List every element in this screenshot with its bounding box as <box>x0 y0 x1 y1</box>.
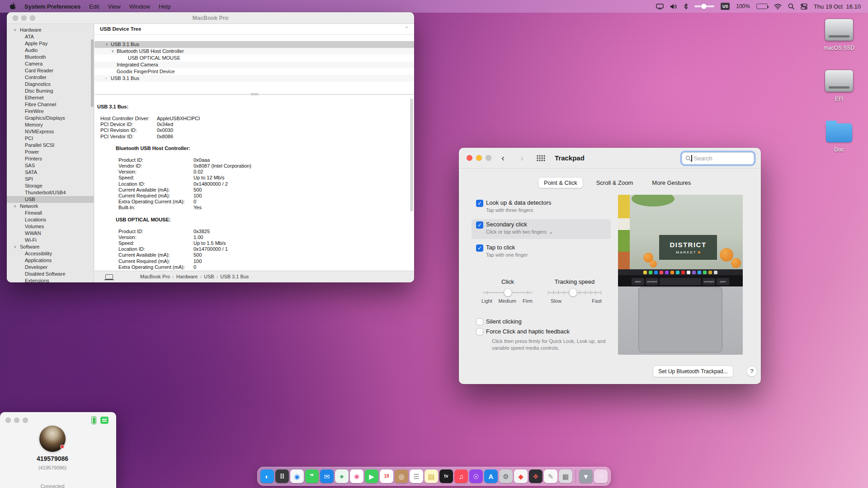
wifi-icon[interactable] <box>774 4 782 9</box>
sidebar-item-diagnostics[interactable]: Diagnostics <box>7 81 94 88</box>
sidebar-item-graphics-displays[interactable]: Graphics/Displays <box>7 115 94 122</box>
option-tap-to-click[interactable]: ✓Tap to clickTap with one finger <box>472 242 611 262</box>
dock-icon-facetime[interactable]: ▶ <box>365 469 378 483</box>
dock-icon-photo-booth[interactable]: ◎ <box>395 469 408 483</box>
menu-edit[interactable]: Edit <box>89 3 99 10</box>
checkbox-tap-to-click[interactable]: ✓ <box>476 244 483 252</box>
forward-button[interactable]: › <box>520 152 524 164</box>
tab-more-gestures[interactable]: More Gestures <box>646 178 696 188</box>
device-tree-row-usb-3-1-bus[interactable]: ›USB 3.1 Bus <box>94 75 414 82</box>
menu-view[interactable]: View <box>108 3 121 10</box>
sidebar-item-accessibility[interactable]: Accessibility <box>7 250 94 257</box>
sidebar-item-wi-fi[interactable]: Wi-Fi <box>7 237 94 244</box>
chat-icon[interactable] <box>100 417 108 424</box>
sidebar-item-applications[interactable]: Applications <box>7 257 94 264</box>
trackpad-toolbar[interactable]: ‹ › Trackpad <box>459 148 761 169</box>
sidebar-item-apple-pay[interactable]: Apple Pay <box>7 40 94 47</box>
dock-icon-anydesk[interactable]: ◆ <box>514 469 528 483</box>
menu-window[interactable]: Window <box>129 3 150 10</box>
dock-icon-trash[interactable]: ♻ <box>594 469 608 483</box>
collapse-icon[interactable]: ⌃ <box>405 26 409 32</box>
desktop-icon-doc[interactable]: Doc <box>818 121 860 153</box>
tracking-speed-slider[interactable]: SlowFast <box>548 292 601 293</box>
volume-icon[interactable] <box>670 4 677 9</box>
show-all-grid-icon[interactable] <box>537 155 545 161</box>
sidebar-item-usb[interactable]: USB <box>7 196 94 203</box>
chevron-down-icon[interactable]: ⌄ <box>548 230 553 235</box>
chevron-down-icon[interactable]: ∨ <box>105 41 108 48</box>
dock-icon-notes[interactable]: ▤ <box>425 469 438 483</box>
chevron-down-icon[interactable]: ∨ <box>14 244 17 250</box>
sidebar-item-sas[interactable]: SAS <box>7 162 94 169</box>
dock-icon-maps[interactable]: ⌖ <box>335 469 349 483</box>
dock-icon-mail[interactable]: ✉ <box>320 469 334 483</box>
sidebar-item-firewall[interactable]: Firewall <box>7 210 94 216</box>
dock-icon-downloads[interactable]: ▼ <box>579 469 593 483</box>
sidebar-item-card-reader[interactable]: Card Reader <box>7 67 94 74</box>
minimize-button[interactable] <box>476 155 482 161</box>
details-scrollbar[interactable] <box>410 99 413 211</box>
sidebar-item-disabled-software[interactable]: Disabled Software <box>7 271 94 277</box>
sidebar-item-bluetooth[interactable]: Bluetooth <box>7 54 94 61</box>
breadcrumb-item-usb-3-1-bus[interactable]: USB 3.1 Bus <box>220 274 249 279</box>
sidebar-scrollbar[interactable] <box>91 39 94 107</box>
sidebar-section-network[interactable]: ∨Network <box>7 203 94 210</box>
click-slider[interactable]: LightMediumFirm <box>483 292 533 293</box>
option-secondary-click[interactable]: ✓Secondary clickClick or tap with two fi… <box>472 219 611 239</box>
sidebar-item-printers[interactable]: Printers <box>7 155 94 162</box>
desktop-icon-efi[interactable]: EFI <box>818 70 860 102</box>
device-tree-row-goodix-fingerprint-device[interactable]: Goodix FingerPrint Device <box>94 68 414 75</box>
dock-icon-app-store[interactable]: A <box>484 469 498 483</box>
sidebar-item-storage[interactable]: Storage <box>7 183 94 189</box>
menu-clock[interactable]: Thu 19 Oct 16.10 <box>814 3 861 10</box>
dock-icon-podcasts[interactable]: ☉ <box>469 469 483 483</box>
tracking-slider-thumb[interactable] <box>569 289 577 296</box>
zoom-button[interactable] <box>23 418 28 423</box>
sidebar-item-pci[interactable]: PCI <box>7 135 94 142</box>
breadcrumb-item-hardware[interactable]: Hardware <box>176 274 198 279</box>
dock-icon-photos[interactable]: ❀ <box>350 469 363 483</box>
screen-mirroring-icon[interactable] <box>656 4 664 9</box>
sidebar-item-wwan[interactable]: WWAN <box>7 230 94 237</box>
dock-icon-reminders[interactable]: ☰ <box>410 469 423 483</box>
sidebar-item-spi[interactable]: SPI <box>7 176 94 183</box>
back-button[interactable]: ‹ <box>501 152 505 164</box>
dock-icon-utility[interactable]: ▦ <box>559 469 572 483</box>
device-tree-row-integrated-camera[interactable]: Integrated Camera <box>94 61 414 68</box>
dock-icon-music[interactable]: ♫ <box>454 469 468 483</box>
input-source-badge[interactable]: US <box>721 3 730 10</box>
sidebar-item-disc-burning[interactable]: Disc Burning <box>7 88 94 94</box>
menu-app-name[interactable]: System Preferences <box>24 3 80 10</box>
close-button[interactable] <box>467 155 472 161</box>
chevron-down-icon[interactable]: ∨ <box>111 48 114 55</box>
sidebar-item-sata[interactable]: SATA <box>7 169 94 176</box>
sidebar-section-software[interactable]: ∨Software <box>7 244 94 250</box>
sidebar-item-fibre-channel[interactable]: Fibre Channel <box>7 101 94 108</box>
desktop-icon-macos-ssd[interactable]: macOS SSD <box>818 19 860 51</box>
sysinfo-titlebar[interactable]: MacBook Pro <box>7 12 414 24</box>
minimize-button[interactable] <box>14 418 19 423</box>
checkbox-silent-clicking[interactable] <box>476 318 483 325</box>
dock-icon-safari[interactable]: ◉ <box>290 469 304 483</box>
help-button[interactable]: ? <box>747 366 757 376</box>
sidebar-item-firewire[interactable]: FireWire <box>7 108 94 115</box>
sidebar-item-developer[interactable]: Developer <box>7 264 94 271</box>
menu-help[interactable]: Help <box>159 3 171 10</box>
tab-point-click[interactable]: Point & Click <box>538 178 583 188</box>
menu-slider[interactable] <box>694 5 714 7</box>
sidebar-item-ata[interactable]: ATA <box>7 33 94 40</box>
sidebar-item-thunderbolt-usb4[interactable]: Thunderbolt/USB4 <box>7 189 94 196</box>
dock-icon-messages[interactable]: ❞ <box>305 469 319 483</box>
sidebar-item-locations[interactable]: Locations <box>7 216 94 223</box>
sidebar-item-ethernet[interactable]: Ethernet <box>7 94 94 101</box>
battery-icon[interactable] <box>756 4 768 9</box>
chevron-down-icon[interactable]: ∨ <box>14 27 17 33</box>
tab-scroll-zoom[interactable]: Scroll & Zoom <box>591 178 639 188</box>
chevron-down-icon[interactable]: ∨ <box>14 203 17 210</box>
sidebar-item-memory[interactable]: Memory <box>7 122 94 128</box>
dock-icon-launchpad[interactable]: ⠿ <box>275 469 289 483</box>
click-slider-thumb[interactable] <box>504 289 512 296</box>
checkbox-look-up-data-detectors[interactable]: ✓ <box>476 200 483 207</box>
setup-bluetooth-trackpad-button[interactable]: Set Up Bluetooth Trackpad... <box>653 366 733 377</box>
option-look-up-data-detectors[interactable]: ✓Look up & data detectorsTap with three … <box>472 197 611 217</box>
